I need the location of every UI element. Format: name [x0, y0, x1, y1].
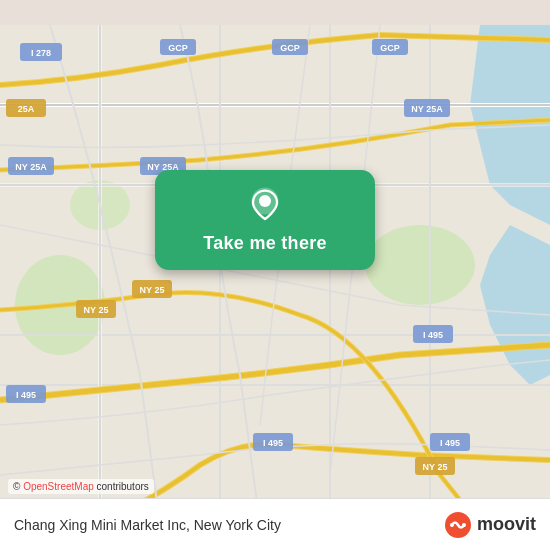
bottom-bar: Chang Xing Mini Market Inc, New York Cit… — [0, 498, 550, 550]
map-svg: I 278 GCP GCP GCP NY 25A NY 25A NY 25A N… — [0, 0, 550, 550]
svg-text:I 495: I 495 — [423, 330, 443, 340]
svg-point-49 — [462, 523, 466, 527]
svg-text:GCP: GCP — [168, 43, 188, 53]
moovit-logo: moovit — [444, 511, 536, 539]
svg-text:NY 25A: NY 25A — [411, 104, 443, 114]
moovit-logo-text: moovit — [477, 514, 536, 535]
svg-text:I 495: I 495 — [440, 438, 460, 448]
svg-text:25A: 25A — [18, 104, 35, 114]
svg-text:NY 25A: NY 25A — [15, 162, 47, 172]
svg-text:NY 25: NY 25 — [84, 305, 109, 315]
take-me-there-button[interactable]: Take me there — [155, 170, 375, 270]
moovit-logo-icon — [444, 511, 472, 539]
location-pin-icon — [247, 186, 283, 227]
location-label: Chang Xing Mini Market Inc, New York Cit… — [14, 517, 281, 533]
svg-text:GCP: GCP — [380, 43, 400, 53]
svg-text:I 495: I 495 — [263, 438, 283, 448]
svg-text:NY 25: NY 25 — [140, 285, 165, 295]
take-me-there-label: Take me there — [203, 233, 327, 254]
osm-link[interactable]: OpenStreetMap — [23, 481, 94, 492]
svg-text:GCP: GCP — [280, 43, 300, 53]
svg-point-1 — [365, 225, 475, 305]
map-container: I 278 GCP GCP GCP NY 25A NY 25A NY 25A N… — [0, 0, 550, 550]
svg-text:I 278: I 278 — [31, 48, 51, 58]
osm-credit-text: © OpenStreetMap contributors — [13, 481, 149, 492]
svg-text:NY 25: NY 25 — [423, 462, 448, 472]
svg-point-48 — [450, 523, 454, 527]
svg-point-46 — [259, 195, 271, 207]
svg-text:I 495: I 495 — [16, 390, 36, 400]
osm-credit: © OpenStreetMap contributors — [8, 479, 154, 494]
